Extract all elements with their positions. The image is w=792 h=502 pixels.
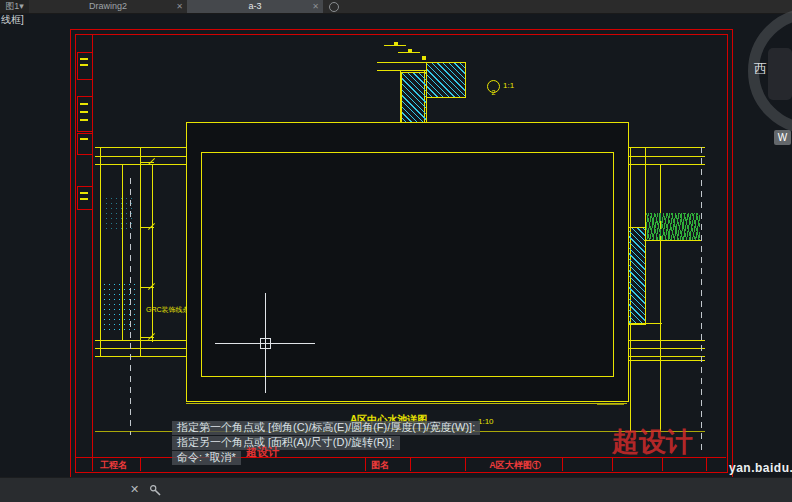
logo-watermark-glyph: [768, 48, 792, 100]
tab-label: Drawing2: [89, 1, 127, 11]
cad-line: [627, 156, 705, 157]
detail-scale: 1:1: [503, 81, 514, 90]
strip-mark: [80, 103, 88, 105]
cad-line: [186, 403, 627, 404]
command-history: 指定第一个角点或 [倒角(C)/标高(E)/圆角(F)/厚度(T)/宽度(W)]…: [172, 421, 480, 466]
titleblock-project-label: 工程名: [100, 459, 127, 472]
titleblock-divider: [140, 458, 141, 471]
close-icon[interactable]: ✕: [176, 0, 183, 13]
centerline: [701, 147, 702, 455]
drawing-scale: 1:10: [478, 417, 494, 426]
cad-line: [627, 348, 705, 349]
cad-line: [627, 340, 705, 341]
strip-mark: [80, 58, 88, 60]
dim-line: [140, 162, 154, 163]
tab-overflow-label: 图1: [5, 1, 19, 11]
cad-line: [660, 164, 661, 431]
stamp-watermark-small: 超设计: [246, 445, 279, 460]
detail-number: 2: [492, 89, 496, 96]
customize-icon[interactable]: [149, 483, 162, 496]
dim-chain: [152, 164, 153, 342]
dim-tick: [422, 56, 426, 60]
cad-line: [644, 240, 702, 241]
strip-mark: [80, 111, 88, 113]
dim-line: [384, 45, 406, 46]
chevron-down-icon: ▾: [19, 1, 24, 11]
titleblock-sheet-name: A区大样图①: [468, 459, 562, 472]
url-watermark: yan.baidu.c: [729, 461, 792, 475]
note-stub: [597, 404, 624, 405]
add-tab-icon[interactable]: [329, 2, 339, 12]
concrete-hatch: [104, 196, 136, 232]
dim-line: [398, 52, 420, 53]
drawing-canvas[interactable]: 2 1:1 GRC装饰线条: [0, 13, 792, 477]
tab-label: a-3: [248, 1, 261, 11]
stamp-watermark-large: 超设计: [612, 424, 693, 460]
close-icon[interactable]: ✕: [312, 0, 319, 13]
tab-a3-active[interactable]: a-3 ✕: [187, 0, 323, 13]
cad-line: [100, 147, 101, 357]
strip-box: [77, 52, 93, 80]
centerline: [130, 178, 131, 435]
w-badge-watermark: W: [774, 130, 791, 145]
titleblock-divider: [562, 458, 563, 471]
command-history-line: 指定另一个角点或 [面积(A)/尺寸(D)/旋转(R)]:: [172, 436, 400, 450]
close-commandline-icon[interactable]: ✕: [130, 483, 139, 496]
cad-line: [627, 360, 705, 361]
cad-line: [627, 164, 705, 165]
strip-mark: [80, 64, 88, 66]
concrete-hatch: [102, 282, 138, 334]
cad-line: [377, 70, 427, 71]
tab-overflow[interactable]: 图1▾: [0, 0, 29, 13]
cad-line: [627, 147, 705, 148]
dim-line: [140, 337, 154, 338]
cad-line: [377, 62, 431, 63]
command-history-line: 指定第一个角点或 [倒角(C)/标高(E)/圆角(F)/厚度(T)/宽度(W)]…: [172, 421, 480, 435]
cad-line: [627, 356, 705, 357]
titleblock-divider: [706, 458, 707, 471]
strip-box: [77, 133, 93, 155]
cad-application-window: 图1▾ Drawing2 ✕ a-3 ✕ 线框]: [0, 0, 792, 502]
compass-watermark: 西: [754, 60, 767, 78]
dim-line: [140, 287, 154, 288]
strip-mark: [80, 198, 88, 200]
planting-symbol: [646, 213, 700, 240]
cad-line: [140, 147, 141, 357]
wall-hatch: [401, 72, 427, 124]
strip-mark: [80, 192, 88, 194]
wall-hatch: [426, 62, 466, 98]
strip-mark: [80, 138, 88, 140]
pickbox: [260, 338, 271, 349]
file-tab-bar: 图1▾ Drawing2 ✕ a-3 ✕: [0, 0, 792, 14]
dim-line: [140, 227, 154, 228]
strip-mark: [80, 119, 88, 121]
tab-drawing2[interactable]: Drawing2 ✕: [29, 0, 188, 13]
strip-box: [77, 96, 93, 132]
command-bar: ✕ ❯ ▾: [0, 477, 792, 502]
grc-note-label: GRC装饰线条: [146, 305, 190, 314]
command-history-line: 命令: *取消*: [172, 451, 241, 465]
detail-marker-circle: 2: [487, 80, 500, 93]
